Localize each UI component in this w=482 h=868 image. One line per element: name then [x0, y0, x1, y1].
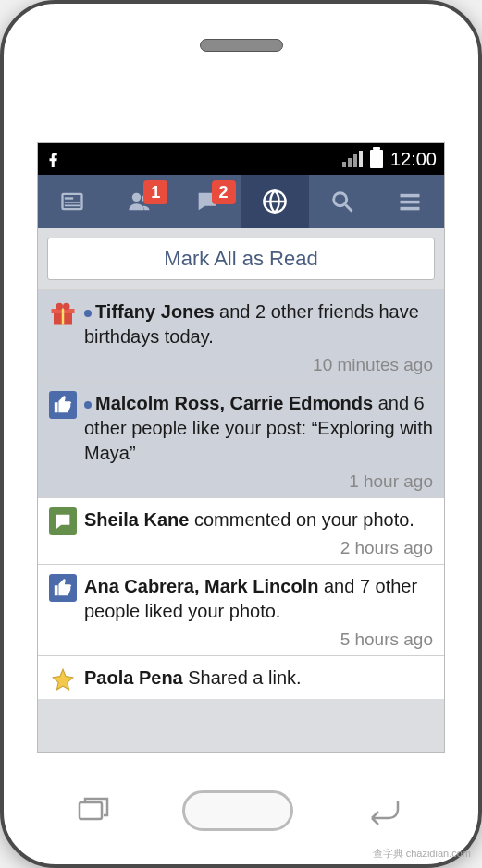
- notification-time: 1 hour ago: [84, 471, 433, 492]
- recent-apps-button[interactable]: [75, 793, 114, 828]
- notification-time: 10 minutes ago: [84, 355, 433, 375]
- notification-item[interactable]: Ana Cabrera, Mark Lincoln and 7 other pe…: [38, 564, 444, 655]
- tab-friends[interactable]: 1: [105, 175, 173, 228]
- notification-text: Ana Cabrera, Mark Lincoln and 7 other pe…: [84, 574, 433, 624]
- home-button[interactable]: [182, 790, 293, 831]
- battery-icon: [370, 150, 383, 168]
- svg-rect-2: [64, 202, 79, 203]
- unread-dot-icon: [84, 310, 92, 317]
- svg-rect-11: [401, 207, 420, 211]
- svg-rect-10: [401, 201, 420, 204]
- mark-all-read-button[interactable]: Mark All as Read: [47, 238, 435, 280]
- status-bar: 12:00: [38, 143, 444, 175]
- messages-badge: 2: [212, 180, 236, 204]
- svg-point-16: [63, 303, 70, 311]
- phone-frame: 12:00 1 2: [0, 0, 482, 868]
- unread-dot-icon: [84, 401, 92, 409]
- hardware-buttons: [4, 783, 478, 838]
- status-right: 12:00: [342, 149, 437, 170]
- tab-menu[interactable]: [377, 175, 444, 228]
- notification-time: 5 hours ago: [84, 630, 433, 650]
- notification-item[interactable]: Malcolm Ross, Carrie Edmonds and 6 other…: [38, 381, 444, 497]
- mark-read-wrap: Mark All as Read: [38, 228, 444, 289]
- friends-badge: 1: [143, 180, 167, 204]
- star-icon: [49, 666, 77, 693]
- notification-text: Malcolm Ross, Carrie Edmonds and 6 other…: [84, 391, 433, 466]
- notification-item[interactable]: Paola Pena Shared a link.: [38, 655, 444, 699]
- svg-rect-14: [62, 309, 65, 325]
- signal-icon: [342, 151, 363, 167]
- search-icon: [329, 189, 355, 214]
- menu-icon: [397, 189, 423, 214]
- tab-news-feed[interactable]: [38, 175, 105, 228]
- svg-point-4: [132, 193, 141, 202]
- like-icon: [49, 574, 77, 602]
- notification-text: Paola Pena Shared a link.: [84, 666, 433, 691]
- notification-body: Ana Cabrera, Mark Lincoln and 7 other pe…: [84, 574, 433, 650]
- gift-icon: [49, 300, 77, 327]
- svg-line-8: [346, 205, 352, 212]
- back-button[interactable]: [363, 793, 407, 828]
- app-nav-bar: 1 2: [38, 175, 444, 228]
- notification-body: Sheila Kane commented on your photo. 2 h…: [84, 507, 433, 558]
- svg-rect-9: [401, 194, 420, 198]
- notification-text: Tiffany Jones and 2 other friends have b…: [84, 300, 433, 349]
- svg-point-7: [334, 193, 347, 206]
- status-left: [45, 151, 62, 167]
- globe-icon: [262, 189, 288, 214]
- svg-point-15: [56, 303, 64, 311]
- watermark-text: 查字典 chazidian.com: [373, 847, 471, 861]
- notification-item[interactable]: Sheila Kane commented on your photo. 2 h…: [38, 497, 444, 564]
- tab-search[interactable]: [309, 175, 377, 228]
- like-icon: [49, 391, 77, 419]
- notification-body: Tiffany Jones and 2 other friends have b…: [84, 300, 433, 375]
- facebook-icon: [45, 151, 62, 167]
- clock-text: 12:00: [390, 149, 437, 170]
- phone-speaker: [200, 39, 283, 52]
- screen: 12:00 1 2: [37, 142, 445, 753]
- notification-text: Sheila Kane commented on your photo.: [84, 507, 433, 532]
- svg-rect-17: [80, 802, 102, 819]
- svg-rect-1: [64, 197, 72, 199]
- notification-body: Malcolm Ross, Carrie Edmonds and 6 other…: [84, 391, 433, 492]
- svg-rect-3: [64, 205, 79, 207]
- notifications-list: Mark All as Read Tiffany Jones and 2 oth…: [38, 228, 444, 752]
- notification-body: Paola Pena Shared a link.: [84, 666, 433, 693]
- comment-icon: [49, 507, 77, 535]
- news-feed-icon: [59, 189, 85, 214]
- notification-time: 2 hours ago: [84, 538, 433, 558]
- tab-messages[interactable]: 2: [173, 175, 241, 228]
- notification-item[interactable]: Tiffany Jones and 2 other friends have b…: [38, 289, 444, 381]
- tab-notifications[interactable]: [241, 175, 309, 228]
